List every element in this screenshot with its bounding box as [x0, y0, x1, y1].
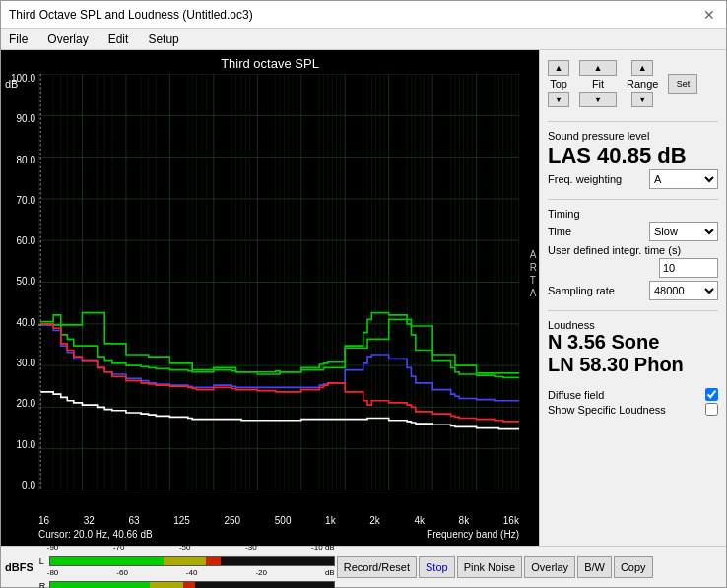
main-content: Third octave SPL ARTA dB 100.0 90.0 80.0… [1, 50, 726, 546]
spl-section: Sound pressure level LAS 40.85 dB Freq. … [548, 121, 718, 191]
x-tick-16k: 16k [503, 515, 519, 526]
overlay-button[interactable]: Overlay [524, 556, 575, 578]
x-axis: 16 32 63 125 250 500 1k 2k 4k 8k 16k [38, 515, 519, 526]
copy-button[interactable]: Copy [614, 556, 653, 578]
fit-down-button[interactable]: ▼ [579, 92, 617, 107]
sampling-rate-label: Sampling rate [548, 285, 615, 296]
x-tick-32: 32 [84, 515, 95, 526]
r-channel-label: R [39, 581, 47, 588]
x-tick-4k: 4k [414, 515, 425, 526]
tick-minus70: -70 [113, 543, 125, 552]
top-nav-group: ▲ Top ▼ [548, 60, 569, 107]
action-buttons: Record/Reset Stop Pink Noise Overlay B/W… [337, 556, 653, 578]
tick-minus60: -60 [116, 568, 128, 577]
nav-controls: ▲ Top ▼ ▲ Fit ▼ ▲ Range ▼ Set [548, 56, 718, 111]
freq-weighting-select[interactable]: A B C Z [649, 169, 718, 189]
menu-bar: File Overlay Edit Setup [1, 29, 726, 50]
freq-weighting-row: Freq. weighting A B C Z [548, 169, 718, 189]
tick-minus20: -20 [255, 568, 267, 577]
r-meter-fill-red [183, 582, 195, 588]
menu-edit[interactable]: Edit [104, 32, 133, 47]
user-integr-input[interactable] [659, 258, 718, 278]
l-meter-row: L [39, 556, 335, 566]
top-label: Top [550, 78, 567, 90]
l-meter-fill-yellow [164, 557, 206, 565]
bottom-labels: Cursor: 20.0 Hz, 40.66 dB Frequency band… [38, 529, 519, 540]
tick-minus10db: -10 dB [311, 543, 335, 552]
loudness-n-value: N 3.56 Sone [548, 331, 718, 354]
l-meter-fill-red [206, 557, 220, 565]
set-nav-group: Set [668, 56, 697, 111]
close-button[interactable]: ✕ [700, 6, 718, 24]
user-integr-label: User defined integr. time (s) [548, 244, 718, 256]
pink-noise-button[interactable]: Pink Noise [457, 556, 523, 578]
menu-overlay[interactable]: Overlay [43, 32, 92, 47]
diffuse-field-row: Diffuse field [548, 388, 718, 401]
tick-minus40: -40 [186, 568, 198, 577]
spl-value: LAS 40.85 dB [548, 144, 718, 167]
main-window: Third Octave SPL and Loudness (Untitled.… [0, 0, 727, 588]
tick-minus90: -90 [47, 543, 59, 552]
chart-watermark: ARTA [530, 248, 537, 299]
tick-minus50: -50 [179, 543, 191, 552]
window-title: Third Octave SPL and Loudness (Untitled.… [9, 8, 253, 22]
sampling-rate-select[interactable]: 44100 48000 96000 [649, 281, 718, 300]
loudness-section: Loudness N 3.56 Sone LN 58.30 Phon [548, 310, 718, 376]
r-meter-fill-yellow [150, 582, 184, 588]
timing-section: Timing Time Slow Fast Impulse User defin… [548, 199, 718, 302]
y-axis: 100.0 90.0 80.0 70.0 60.0 50.0 40.0 30.0… [1, 74, 38, 490]
x-tick-125: 125 [173, 515, 190, 526]
chart-svg [38, 74, 519, 490]
stop-button[interactable]: Stop [419, 556, 455, 578]
bw-button[interactable]: B/W [577, 556, 612, 578]
tick-db: dB [325, 568, 335, 577]
l-meter-fill-green [50, 557, 164, 565]
time-row: Time Slow Fast Impulse [548, 222, 718, 241]
chart-plot [38, 74, 519, 490]
title-bar: Third Octave SPL and Loudness (Untitled.… [1, 1, 726, 29]
x-tick-2k: 2k [369, 515, 380, 526]
time-label: Time [548, 226, 571, 237]
bottom-bar: dBFS -90 -70 -50 -30 -10 dB L [1, 546, 726, 587]
diffuse-field-checkbox[interactable] [705, 388, 718, 401]
show-specific-checkbox[interactable] [705, 403, 718, 416]
level-meters: -90 -70 -50 -30 -10 dB L [39, 543, 335, 588]
spl-section-label: Sound pressure level [548, 130, 718, 142]
top-down-button[interactable]: ▼ [548, 92, 569, 107]
x-tick-1k: 1k [325, 515, 336, 526]
user-integr-row: User defined integr. time (s) [548, 244, 718, 278]
x-tick-500: 500 [275, 515, 292, 526]
l-channel-label: L [39, 556, 47, 566]
chart-inner: 100.0 90.0 80.0 70.0 60.0 50.0 40.0 30.0… [1, 74, 519, 490]
x-axis-label: Frequency band (Hz) [427, 529, 519, 540]
right-panel: ▲ Top ▼ ▲ Fit ▼ ▲ Range ▼ Set [539, 50, 726, 546]
y-axis-label: dB [5, 78, 18, 90]
range-down-button[interactable]: ▼ [631, 92, 653, 107]
timing-label: Timing [548, 208, 718, 220]
fit-nav-group: ▲ Fit ▼ [579, 60, 617, 107]
record-reset-button[interactable]: Record/Reset [337, 556, 417, 578]
range-up-button[interactable]: ▲ [631, 60, 653, 76]
x-tick-250: 250 [225, 515, 241, 526]
menu-setup[interactable]: Setup [144, 32, 182, 47]
time-select[interactable]: Slow Fast Impulse [649, 222, 718, 241]
l-meter-bar [49, 556, 335, 566]
fit-up-button[interactable]: ▲ [579, 60, 617, 76]
meter-labels-bottom: -80 -60 -40 -20 dB [39, 568, 335, 580]
range-nav-group: ▲ Range ▼ [627, 60, 658, 107]
chart-area: Third octave SPL ARTA dB 100.0 90.0 80.0… [1, 50, 539, 546]
tick-minus80: -80 [47, 568, 59, 577]
top-up-button[interactable]: ▲ [548, 60, 569, 76]
r-meter-bar [49, 581, 335, 588]
loudness-label: Loudness [548, 319, 718, 331]
fit-label: Fit [592, 78, 604, 90]
loudness-ln-value: LN 58.30 Phon [548, 354, 718, 376]
cursor-info: Cursor: 20.0 Hz, 40.66 dB [38, 529, 153, 540]
range-label: Range [627, 78, 658, 90]
set-button[interactable]: Set [668, 74, 697, 94]
show-specific-row: Show Specific Loudness [548, 403, 718, 416]
tick-minus30: -30 [245, 543, 257, 552]
dbfs-label: dBFS [5, 561, 33, 573]
checkboxes-section: Diffuse field Show Specific Loudness [548, 386, 718, 418]
menu-file[interactable]: File [5, 32, 32, 47]
